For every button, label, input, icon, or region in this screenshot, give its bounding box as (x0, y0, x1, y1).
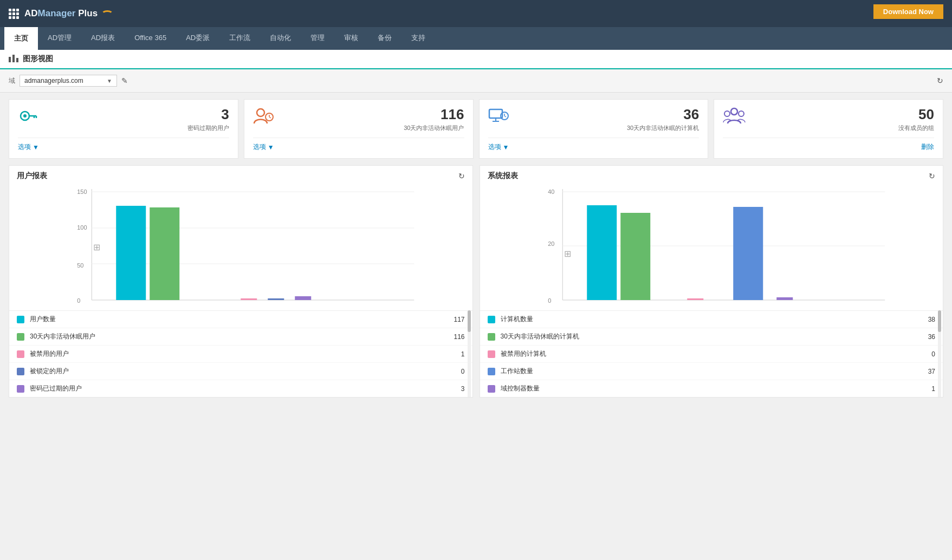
system-bar-chart: 40 20 0 (488, 186, 936, 305)
system-chart-refresh-icon[interactable]: ↻ (929, 172, 935, 180)
nav-item-office365[interactable]: Office 365 (125, 27, 176, 50)
svg-text:20: 20 (548, 240, 554, 247)
legend-value-workstation: 37 (928, 368, 935, 375)
legend-value-computer-count: 38 (928, 316, 935, 323)
domain-select[interactable]: admanagerplus.com ▼ (20, 75, 117, 87)
system-chart-legend: 计算机数量 38 30天内非活动休眠的计算机 36 被禁用的计算机 0 (480, 310, 943, 397)
grid-icon (9, 9, 19, 19)
card-action-empty-groups[interactable]: 删除 (723, 142, 934, 152)
card-number-empty-groups: 50 (898, 106, 934, 123)
bar-dc-count (776, 297, 793, 300)
bar-computer-count (587, 205, 617, 300)
legend-color-inactive (17, 333, 24, 341)
user-chart-refresh-icon[interactable]: ↻ (458, 172, 465, 180)
legend-label-inactive-comp: 30天内非活动休眠的计算机 (501, 332, 928, 341)
domain-value: admanagerplus.com (24, 77, 107, 84)
download-button[interactable]: Download Now (873, 4, 943, 19)
monitor-clock-icon (488, 106, 509, 129)
legend-color-disabled-comp (488, 350, 495, 358)
main-nav: 主页 AD管理 AD报表 Office 365 AD委派 工作流 自动化 管理 … (0, 27, 952, 50)
refresh-icon[interactable]: ↻ (937, 76, 943, 85)
bar-disabled-users (241, 298, 257, 300)
charts-row: 用户报表 ↻ 150 100 50 0 (9, 165, 943, 398)
legend-color-computer-count (488, 316, 495, 323)
legend-row: 被禁用的用户 1 (9, 346, 472, 363)
nav-item-automation[interactable]: 自动化 (260, 27, 301, 50)
nav-item-ad-report[interactable]: AD报表 (81, 27, 125, 50)
bar-locked-users (268, 298, 284, 300)
key-icon (18, 106, 37, 129)
card-action-password[interactable]: 选项 ▼ (18, 142, 229, 152)
logo-text: ADManager Plus (24, 8, 113, 19)
system-chart-title: 系统报表 (488, 171, 518, 181)
nav-item-backup[interactable]: 备份 (368, 27, 401, 50)
nav-item-support[interactable]: 支持 (401, 27, 435, 50)
user-bar-chart: 150 100 50 0 (17, 186, 465, 305)
nav-item-ad-delegate[interactable]: AD委派 (176, 27, 219, 50)
nav-item-audit[interactable]: 审核 (334, 27, 368, 50)
scrollbar-track (468, 310, 471, 397)
summary-cards: 3 密码过期的用户 选项 ▼ (9, 99, 943, 159)
card-action-inactive-users[interactable]: 选项 ▼ (253, 142, 464, 152)
scrollbar-thumb[interactable] (468, 310, 471, 332)
svg-text:0: 0 (77, 297, 80, 304)
svg-point-18 (731, 108, 737, 115)
sub-header-title: 图形视图 (23, 54, 53, 64)
system-chart-panel: 系统报表 ↻ 40 20 0 (480, 165, 944, 398)
svg-line-11 (269, 117, 271, 118)
nav-item-ad-manage[interactable]: AD管理 (38, 27, 81, 50)
logo: ADManager Plus (9, 8, 113, 19)
card-action-inactive-computers[interactable]: 选项 ▼ (488, 142, 700, 152)
svg-text:150: 150 (77, 188, 87, 195)
bar-disabled-computers (687, 298, 703, 300)
legend-label-disabled-comp: 被禁用的计算机 (501, 349, 932, 359)
legend-row: 工作站数量 37 (480, 363, 943, 380)
svg-text:100: 100 (77, 224, 87, 231)
bar-inactive-users (150, 207, 179, 300)
legend-value-disabled: 1 (461, 350, 465, 358)
svg-text:0: 0 (548, 297, 551, 304)
card-number-inactive-computers: 36 (627, 106, 699, 123)
legend-row: 域控制器数量 1 (480, 380, 943, 397)
user-chart-legend: 用户数量 117 30天内非活动休眠用户 116 被禁用的用户 1 (9, 310, 472, 397)
legend-row: 被锁定的用户 0 (9, 363, 472, 380)
edit-icon[interactable]: ✎ (121, 76, 128, 85)
legend-row: 密码已过期的用户 3 (9, 380, 472, 397)
user-chart-title: 用户报表 (17, 171, 47, 181)
legend-color-inactive-comp (488, 333, 495, 341)
nav-item-workflow[interactable]: 工作流 (219, 27, 260, 50)
toolbar-left: 域 admanagerplus.com ▼ ✎ (9, 75, 128, 87)
legend-value-locked: 0 (461, 368, 465, 375)
svg-text:40: 40 (548, 188, 554, 195)
app-header: ADManager Plus Download Now (0, 0, 952, 27)
group-icon (723, 106, 746, 129)
legend-label-dc: 域控制器数量 (501, 384, 932, 393)
scrollbar-thumb-system[interactable] (938, 310, 941, 332)
graph-icon (9, 55, 18, 64)
legend-label-locked: 被锁定的用户 (30, 367, 461, 376)
svg-text:⊞: ⊞ (564, 249, 571, 258)
svg-point-19 (724, 111, 730, 116)
main-content: 3 密码过期的用户 选项 ▼ (0, 93, 952, 404)
legend-row: 计算机数量 38 (480, 311, 943, 328)
card-password-expired: 3 密码过期的用户 选项 ▼ (9, 99, 238, 159)
nav-item-home[interactable]: 主页 (4, 27, 38, 50)
legend-color-disabled (17, 350, 24, 358)
svg-rect-1 (12, 55, 15, 62)
card-number-inactive-users: 116 (404, 106, 464, 123)
legend-color-workstation (488, 368, 495, 375)
card-desc-empty-groups: 没有成员的组 (898, 124, 934, 132)
user-clock-icon (253, 106, 274, 129)
legend-value-inactive: 116 (454, 333, 464, 341)
legend-color-locked (17, 368, 24, 375)
legend-row: 被禁用的计算机 0 (480, 346, 943, 363)
legend-value-user-count: 117 (454, 316, 464, 323)
nav-item-manage[interactable]: 管理 (301, 27, 334, 50)
legend-label-workstation: 工作站数量 (501, 367, 928, 376)
card-number-password: 3 (187, 106, 229, 123)
domain-label: 域 (9, 76, 15, 86)
svg-point-8 (257, 109, 264, 116)
card-desc-inactive-users: 30天内非活动休眠用户 (404, 124, 464, 132)
scrollbar-track-system (938, 310, 941, 397)
legend-label-disabled: 被禁用的用户 (30, 349, 461, 359)
